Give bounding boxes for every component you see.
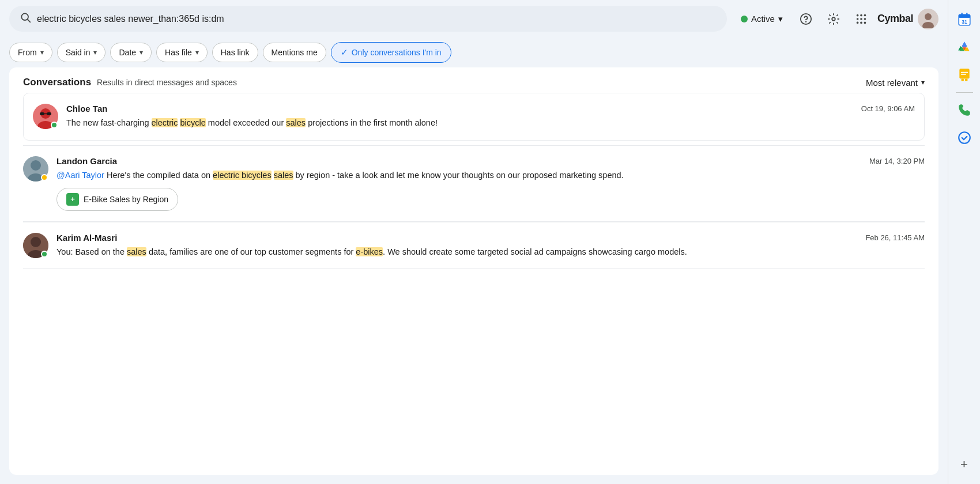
filter-only-conversations-label: Only conversations I'm in xyxy=(352,48,442,57)
svg-rect-21 xyxy=(47,112,51,115)
svg-point-13 xyxy=(864,21,866,24)
svg-rect-37 xyxy=(961,79,963,81)
highlight-sales-2: sales xyxy=(274,171,293,180)
sort-dropdown[interactable]: Most relevant ▾ xyxy=(866,78,925,88)
main-content: electric bicycles sales newer_than:365d … xyxy=(0,0,948,484)
status-chevron: ▾ xyxy=(778,14,783,24)
svg-point-15 xyxy=(925,13,932,20)
filter-mentions-me-label: Mentions me xyxy=(272,48,318,57)
status-label: Active xyxy=(751,14,775,24)
svg-point-11 xyxy=(857,21,859,24)
status-dot xyxy=(741,16,748,22)
filter-only-conversations[interactable]: ✓ Only conversations I'm in xyxy=(331,42,451,63)
conversations-title-wrap: Conversations Results in direct messages… xyxy=(23,77,237,88)
status-indicator-chloe xyxy=(51,122,58,128)
svg-rect-31 xyxy=(959,17,970,18)
timestamp-1: Oct 19, 9:06 AM xyxy=(861,104,915,113)
message-text-1: The new fast-charging electric bicycle m… xyxy=(66,117,915,130)
highlight-ebikes: e-bikes xyxy=(356,247,383,256)
apps-button[interactable] xyxy=(850,7,873,31)
search-icon xyxy=(20,12,31,26)
message-text-2: @Aari Taylor Here's the compiled data on… xyxy=(56,169,925,182)
filter-bar: From ▾ Said in ▾ Date ▾ Has file ▾ Has l… xyxy=(0,37,948,67)
highlight-electric: electric xyxy=(152,118,178,127)
filter-date-label: Date xyxy=(119,48,136,57)
filter-has-link[interactable]: Has link xyxy=(212,43,258,62)
file-name: E-Bike Sales by Region xyxy=(84,195,168,204)
conversations-title: Conversations xyxy=(23,77,91,88)
highlight-bicycle: bicycle xyxy=(180,118,205,127)
highlight-sales-3: sales xyxy=(127,247,146,256)
svg-point-41 xyxy=(959,132,970,143)
svg-point-6 xyxy=(860,14,862,16)
svg-text:31: 31 xyxy=(962,19,967,25)
sidebar-icon-keep[interactable] xyxy=(952,62,977,88)
conversation-item-1[interactable]: Chloe Tan Oct 19, 9:06 AM The new fast-c… xyxy=(23,93,925,141)
filter-has-link-label: Has link xyxy=(221,48,250,57)
filter-from-label: From xyxy=(18,48,37,57)
status-indicator-karim xyxy=(41,251,48,258)
message-meta-2: Landon Garcia Mar 14, 3:20 PM xyxy=(56,156,925,166)
svg-point-4 xyxy=(832,17,835,21)
sender-name-3: Karim Al-Masri xyxy=(56,233,117,243)
filter-from-chevron: ▾ xyxy=(40,48,44,56)
file-attachment[interactable]: + E-Bike Sales by Region xyxy=(56,188,178,211)
message-meta-1: Chloe Tan Oct 19, 9:06 AM xyxy=(66,104,915,114)
mention-aari: @Aari Taylor xyxy=(56,171,104,180)
svg-rect-20 xyxy=(40,112,44,115)
svg-point-12 xyxy=(860,21,862,24)
timestamp-2: Mar 14, 3:20 PM xyxy=(869,157,925,165)
avatar-chloe xyxy=(33,104,58,129)
settings-button[interactable] xyxy=(822,7,845,31)
message-body-2: Landon Garcia Mar 14, 3:20 PM @Aari Tayl… xyxy=(56,156,925,211)
sort-label: Most relevant xyxy=(866,78,918,88)
message-text-3: You: Based on the sales data, families a… xyxy=(56,246,925,259)
conversation-list: Chloe Tan Oct 19, 9:06 AM The new fast-c… xyxy=(9,93,938,475)
sidebar-icon-tasks[interactable] xyxy=(952,125,977,150)
svg-point-27 xyxy=(31,237,41,247)
svg-rect-36 xyxy=(959,69,969,78)
check-icon: ✓ xyxy=(341,47,348,58)
right-sidebar: 31 xyxy=(948,0,980,484)
filter-has-file-chevron: ▾ xyxy=(195,48,199,56)
filter-has-file-label: Has file xyxy=(165,48,192,57)
svg-point-9 xyxy=(860,18,862,20)
svg-point-8 xyxy=(857,18,859,20)
sidebar-icon-calendar[interactable]: 31 xyxy=(952,7,977,32)
filter-mentions-me[interactable]: Mentions me xyxy=(263,43,326,62)
sidebar-divider-1 xyxy=(956,92,973,93)
sidebar-icon-meet[interactable] xyxy=(952,97,977,123)
sort-chevron: ▾ xyxy=(921,78,925,86)
timestamp-3: Feb 26, 11:45 AM xyxy=(865,233,925,242)
search-bar[interactable]: electric bicycles sales newer_than:365d … xyxy=(9,6,727,32)
svg-line-1 xyxy=(28,20,31,22)
sidebar-add-button[interactable]: + xyxy=(952,452,977,477)
svg-point-24 xyxy=(31,160,41,171)
message-body-3: Karim Al-Masri Feb 26, 11:45 AM You: Bas… xyxy=(56,233,925,259)
brand-name: Cymbal xyxy=(877,13,913,25)
filter-said-in-chevron: ▾ xyxy=(93,48,97,56)
filter-said-in[interactable]: Said in ▾ xyxy=(57,43,106,62)
status-pill[interactable]: Active ▾ xyxy=(734,10,790,28)
conversation-item-2[interactable]: Landon Garcia Mar 14, 3:20 PM @Aari Tayl… xyxy=(23,145,925,222)
highlight-electric-bicycles: electric bicycles xyxy=(213,171,272,180)
sender-name-2: Landon Garcia xyxy=(56,156,117,166)
svg-point-10 xyxy=(864,18,866,20)
svg-point-5 xyxy=(857,14,859,16)
conversation-item-3[interactable]: Karim Al-Masri Feb 26, 11:45 AM You: Bas… xyxy=(23,222,925,270)
filter-said-in-label: Said in xyxy=(66,48,91,57)
svg-point-3 xyxy=(806,21,806,22)
message-body-1: Chloe Tan Oct 19, 9:06 AM The new fast-c… xyxy=(66,104,915,130)
filter-date[interactable]: Date ▾ xyxy=(110,43,152,62)
filter-from[interactable]: From ▾ xyxy=(9,43,52,62)
filter-date-chevron: ▾ xyxy=(140,48,143,56)
sidebar-icon-drive[interactable] xyxy=(952,35,977,60)
filter-has-file[interactable]: Has file ▾ xyxy=(156,43,208,62)
avatar-karim xyxy=(23,233,48,258)
sender-name-1: Chloe Tan xyxy=(66,104,107,114)
sidebar-plus-icon: + xyxy=(960,457,968,472)
content-area: Conversations Results in direct messages… xyxy=(9,67,938,475)
user-avatar[interactable] xyxy=(918,9,938,29)
message-meta-3: Karim Al-Masri Feb 26, 11:45 AM xyxy=(56,233,925,243)
help-button[interactable] xyxy=(794,7,817,31)
